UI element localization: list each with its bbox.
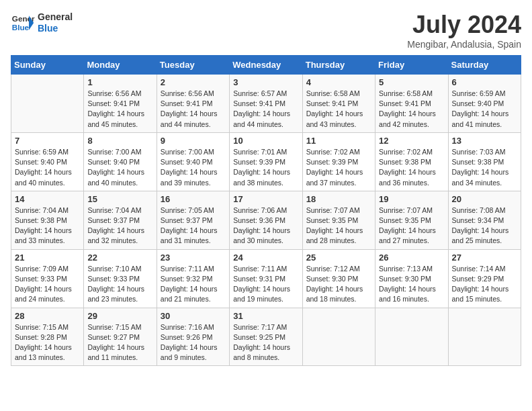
calendar-cell: 9Sunrise: 7:00 AM Sunset: 9:40 PM Daylig… — [157, 132, 229, 191]
day-info: Sunrise: 7:11 AM Sunset: 9:31 PM Dayligh… — [233, 264, 298, 305]
day-number: 20 — [452, 194, 517, 204]
calendar-cell: 4Sunrise: 6:58 AM Sunset: 9:41 PM Daylig… — [302, 75, 375, 133]
day-info: Sunrise: 7:07 AM Sunset: 9:35 PM Dayligh… — [379, 205, 444, 246]
day-number: 11 — [306, 136, 371, 146]
logo-text: GeneralBlue — [38, 11, 73, 34]
day-info: Sunrise: 7:14 AM Sunset: 9:29 PM Dayligh… — [452, 264, 517, 305]
day-number: 18 — [306, 194, 371, 204]
day-info: Sunrise: 6:58 AM Sunset: 9:41 PM Dayligh… — [306, 89, 371, 130]
calendar-cell: 13Sunrise: 7:03 AM Sunset: 9:38 PM Dayli… — [448, 132, 521, 191]
day-number: 30 — [161, 311, 226, 321]
day-info: Sunrise: 7:00 AM Sunset: 9:40 PM Dayligh… — [87, 147, 152, 188]
day-info: Sunrise: 7:02 AM Sunset: 9:39 PM Dayligh… — [306, 147, 371, 188]
calendar-body: 1Sunrise: 6:56 AM Sunset: 9:41 PM Daylig… — [11, 75, 521, 366]
calendar-cell: 17Sunrise: 7:06 AM Sunset: 9:36 PM Dayli… — [230, 191, 302, 249]
calendar-table: SundayMondayTuesdayWednesdayThursdayFrid… — [11, 55, 521, 366]
day-number: 16 — [161, 194, 226, 204]
calendar-cell: 16Sunrise: 7:05 AM Sunset: 9:37 PM Dayli… — [157, 191, 229, 249]
day-number: 19 — [379, 194, 444, 204]
day-info: Sunrise: 6:58 AM Sunset: 9:41 PM Dayligh… — [379, 89, 444, 130]
calendar-cell: 15Sunrise: 7:04 AM Sunset: 9:37 PM Dayli… — [84, 191, 157, 249]
calendar-cell: 1Sunrise: 6:56 AM Sunset: 9:41 PM Daylig… — [84, 75, 157, 133]
day-info: Sunrise: 7:08 AM Sunset: 9:34 PM Dayligh… — [452, 205, 517, 246]
header-day-thursday: Thursday — [302, 56, 375, 75]
calendar-cell: 29Sunrise: 7:15 AM Sunset: 9:27 PM Dayli… — [84, 308, 157, 366]
day-number: 25 — [306, 253, 371, 263]
day-number: 8 — [87, 136, 152, 146]
day-info: Sunrise: 7:16 AM Sunset: 9:26 PM Dayligh… — [161, 322, 226, 363]
calendar-cell: 2Sunrise: 6:56 AM Sunset: 9:41 PM Daylig… — [157, 75, 229, 133]
calendar-cell: 23Sunrise: 7:11 AM Sunset: 9:32 PM Dayli… — [157, 249, 229, 308]
calendar-cell: 5Sunrise: 6:58 AM Sunset: 9:41 PM Daylig… — [375, 75, 448, 133]
header-day-wednesday: Wednesday — [230, 56, 302, 75]
day-info: Sunrise: 7:00 AM Sunset: 9:40 PM Dayligh… — [161, 147, 226, 188]
day-info: Sunrise: 7:07 AM Sunset: 9:35 PM Dayligh… — [306, 205, 371, 246]
logo-icon: General Blue — [11, 11, 35, 35]
day-number: 15 — [87, 194, 152, 204]
calendar-cell: 6Sunrise: 6:59 AM Sunset: 9:40 PM Daylig… — [448, 75, 521, 133]
day-number: 26 — [379, 253, 444, 263]
calendar-cell: 25Sunrise: 7:12 AM Sunset: 9:30 PM Dayli… — [302, 249, 375, 308]
header-day-saturday: Saturday — [448, 56, 521, 75]
day-number: 13 — [452, 136, 517, 146]
day-info: Sunrise: 6:56 AM Sunset: 9:41 PM Dayligh… — [161, 89, 226, 130]
day-info: Sunrise: 7:11 AM Sunset: 9:32 PM Dayligh… — [161, 264, 226, 305]
calendar-cell — [302, 308, 375, 366]
week-row-1: 1Sunrise: 6:56 AM Sunset: 9:41 PM Daylig… — [11, 75, 521, 133]
day-number: 9 — [161, 136, 226, 146]
calendar-cell: 22Sunrise: 7:10 AM Sunset: 9:33 PM Dayli… — [84, 249, 157, 308]
day-number: 6 — [452, 77, 517, 87]
day-number: 24 — [233, 253, 298, 263]
day-info: Sunrise: 6:56 AM Sunset: 9:41 PM Dayligh… — [87, 89, 152, 130]
calendar-cell: 21Sunrise: 7:09 AM Sunset: 9:33 PM Dayli… — [11, 249, 84, 308]
calendar-cell: 12Sunrise: 7:02 AM Sunset: 9:38 PM Dayli… — [375, 132, 448, 191]
calendar-cell: 19Sunrise: 7:07 AM Sunset: 9:35 PM Dayli… — [375, 191, 448, 249]
day-info: Sunrise: 7:10 AM Sunset: 9:33 PM Dayligh… — [87, 264, 152, 305]
header-day-friday: Friday — [375, 56, 448, 75]
month-year: July 2024 — [407, 11, 521, 39]
day-number: 3 — [233, 77, 298, 87]
title-block: July 2024 Mengibar, Andalusia, Spain — [407, 11, 521, 50]
svg-text:Blue: Blue — [12, 23, 30, 32]
calendar-cell: 11Sunrise: 7:02 AM Sunset: 9:39 PM Dayli… — [302, 132, 375, 191]
day-info: Sunrise: 7:15 AM Sunset: 9:27 PM Dayligh… — [87, 322, 152, 363]
calendar-cell: 20Sunrise: 7:08 AM Sunset: 9:34 PM Dayli… — [448, 191, 521, 249]
day-info: Sunrise: 6:59 AM Sunset: 9:40 PM Dayligh… — [15, 147, 80, 188]
week-row-5: 28Sunrise: 7:15 AM Sunset: 9:28 PM Dayli… — [11, 308, 521, 366]
day-number: 7 — [15, 136, 80, 146]
day-number: 10 — [233, 136, 298, 146]
calendar-header: SundayMondayTuesdayWednesdayThursdayFrid… — [11, 56, 521, 75]
day-number: 4 — [306, 77, 371, 87]
day-number: 23 — [161, 253, 226, 263]
day-info: Sunrise: 7:06 AM Sunset: 9:36 PM Dayligh… — [233, 205, 298, 246]
calendar-cell: 14Sunrise: 7:04 AM Sunset: 9:38 PM Dayli… — [11, 191, 84, 249]
week-row-3: 14Sunrise: 7:04 AM Sunset: 9:38 PM Dayli… — [11, 191, 521, 249]
day-info: Sunrise: 7:15 AM Sunset: 9:28 PM Dayligh… — [15, 322, 80, 363]
day-info: Sunrise: 7:02 AM Sunset: 9:38 PM Dayligh… — [379, 147, 444, 188]
page-header: General Blue GeneralBlue July 2024 Mengi… — [11, 11, 521, 50]
day-number: 12 — [379, 136, 444, 146]
calendar-cell: 26Sunrise: 7:13 AM Sunset: 9:30 PM Dayli… — [375, 249, 448, 308]
day-info: Sunrise: 6:59 AM Sunset: 9:40 PM Dayligh… — [452, 89, 517, 130]
day-info: Sunrise: 7:04 AM Sunset: 9:37 PM Dayligh… — [87, 205, 152, 246]
day-number: 27 — [452, 253, 517, 263]
calendar-cell — [11, 75, 84, 133]
day-info: Sunrise: 7:12 AM Sunset: 9:30 PM Dayligh… — [306, 264, 371, 305]
calendar-cell: 18Sunrise: 7:07 AM Sunset: 9:35 PM Dayli… — [302, 191, 375, 249]
day-number: 28 — [15, 311, 80, 321]
week-row-2: 7Sunrise: 6:59 AM Sunset: 9:40 PM Daylig… — [11, 132, 521, 191]
calendar-cell: 27Sunrise: 7:14 AM Sunset: 9:29 PM Dayli… — [448, 249, 521, 308]
calendar-cell: 8Sunrise: 7:00 AM Sunset: 9:40 PM Daylig… — [84, 132, 157, 191]
header-day-tuesday: Tuesday — [157, 56, 229, 75]
day-info: Sunrise: 7:05 AM Sunset: 9:37 PM Dayligh… — [161, 205, 226, 246]
day-number: 22 — [87, 253, 152, 263]
day-number: 29 — [87, 311, 152, 321]
calendar-cell: 28Sunrise: 7:15 AM Sunset: 9:28 PM Dayli… — [11, 308, 84, 366]
day-number: 31 — [233, 311, 298, 321]
day-info: Sunrise: 7:03 AM Sunset: 9:38 PM Dayligh… — [452, 147, 517, 188]
calendar-cell: 10Sunrise: 7:01 AM Sunset: 9:39 PM Dayli… — [230, 132, 302, 191]
header-day-sunday: Sunday — [11, 56, 84, 75]
day-info: Sunrise: 7:04 AM Sunset: 9:38 PM Dayligh… — [15, 205, 80, 246]
day-info: Sunrise: 7:17 AM Sunset: 9:25 PM Dayligh… — [233, 322, 298, 363]
day-number: 14 — [15, 194, 80, 204]
